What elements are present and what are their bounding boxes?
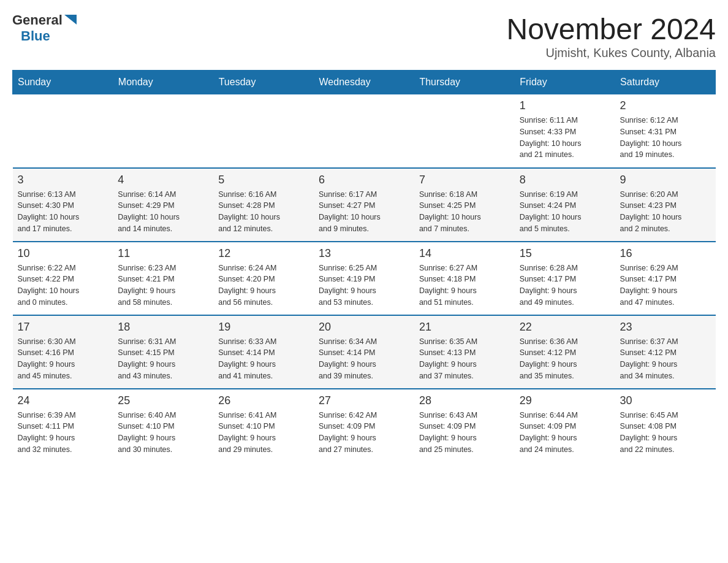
svg-marker-0 xyxy=(64,15,77,25)
calendar-cell: 29Sunrise: 6:44 AM Sunset: 4:09 PM Dayli… xyxy=(515,389,615,462)
logo: General Blue xyxy=(12,12,77,44)
day-info: Sunrise: 6:22 AM Sunset: 4:22 PM Dayligh… xyxy=(18,262,108,308)
day-info: Sunrise: 6:16 AM Sunset: 4:28 PM Dayligh… xyxy=(218,189,309,235)
logo-blue-text: Blue xyxy=(21,28,50,44)
column-header-thursday: Thursday xyxy=(414,71,515,94)
calendar-cell: 6Sunrise: 6:17 AM Sunset: 4:27 PM Daylig… xyxy=(314,168,414,242)
calendar-cell: 3Sunrise: 6:13 AM Sunset: 4:30 PM Daylig… xyxy=(13,168,113,242)
day-number: 20 xyxy=(319,321,409,334)
calendar-cell xyxy=(13,94,113,168)
day-number: 15 xyxy=(520,247,610,260)
day-info: Sunrise: 6:36 AM Sunset: 4:12 PM Dayligh… xyxy=(520,336,610,382)
day-number: 28 xyxy=(419,394,510,407)
day-info: Sunrise: 6:28 AM Sunset: 4:17 PM Dayligh… xyxy=(520,262,610,308)
day-number: 14 xyxy=(419,247,510,260)
day-number: 25 xyxy=(118,394,208,407)
day-number: 8 xyxy=(520,174,610,186)
column-header-wednesday: Wednesday xyxy=(314,71,414,94)
day-info: Sunrise: 6:44 AM Sunset: 4:09 PM Dayligh… xyxy=(520,410,610,456)
day-info: Sunrise: 6:17 AM Sunset: 4:27 PM Dayligh… xyxy=(319,189,409,235)
month-title: November 2024 xyxy=(506,12,716,46)
calendar-cell: 22Sunrise: 6:36 AM Sunset: 4:12 PM Dayli… xyxy=(515,315,615,389)
calendar-cell: 8Sunrise: 6:19 AM Sunset: 4:24 PM Daylig… xyxy=(515,168,615,242)
calendar-cell: 30Sunrise: 6:45 AM Sunset: 4:08 PM Dayli… xyxy=(615,389,716,462)
calendar-cell: 13Sunrise: 6:25 AM Sunset: 4:19 PM Dayli… xyxy=(314,242,414,315)
calendar-cell: 14Sunrise: 6:27 AM Sunset: 4:18 PM Dayli… xyxy=(414,242,515,315)
calendar-cell: 4Sunrise: 6:14 AM Sunset: 4:29 PM Daylig… xyxy=(113,168,213,242)
day-number: 1 xyxy=(520,99,610,112)
calendar-cell: 25Sunrise: 6:40 AM Sunset: 4:10 PM Dayli… xyxy=(113,389,213,462)
day-number: 12 xyxy=(218,247,309,260)
day-number: 5 xyxy=(218,174,309,186)
day-info: Sunrise: 6:30 AM Sunset: 4:16 PM Dayligh… xyxy=(18,336,108,382)
day-info: Sunrise: 6:11 AM Sunset: 4:33 PM Dayligh… xyxy=(520,115,610,161)
calendar-cell: 28Sunrise: 6:43 AM Sunset: 4:09 PM Dayli… xyxy=(414,389,515,462)
day-info: Sunrise: 6:41 AM Sunset: 4:10 PM Dayligh… xyxy=(218,410,309,456)
title-area: November 2024 Ujmisht, Kukes County, Alb… xyxy=(506,12,716,60)
day-number: 2 xyxy=(620,99,711,112)
day-info: Sunrise: 6:20 AM Sunset: 4:23 PM Dayligh… xyxy=(620,189,711,235)
day-info: Sunrise: 6:34 AM Sunset: 4:14 PM Dayligh… xyxy=(319,336,409,382)
calendar-cell: 9Sunrise: 6:20 AM Sunset: 4:23 PM Daylig… xyxy=(615,168,716,242)
day-info: Sunrise: 6:19 AM Sunset: 4:24 PM Dayligh… xyxy=(520,189,610,235)
calendar-cell xyxy=(113,94,213,168)
day-number: 29 xyxy=(520,394,610,407)
day-number: 10 xyxy=(18,247,108,260)
page-header: General Blue November 2024 Ujmisht, Kuke… xyxy=(12,12,716,60)
day-info: Sunrise: 6:25 AM Sunset: 4:19 PM Dayligh… xyxy=(319,262,409,308)
column-header-friday: Friday xyxy=(515,71,615,94)
day-number: 27 xyxy=(319,394,409,407)
calendar-cell xyxy=(414,94,515,168)
day-info: Sunrise: 6:33 AM Sunset: 4:14 PM Dayligh… xyxy=(218,336,309,382)
day-info: Sunrise: 6:40 AM Sunset: 4:10 PM Dayligh… xyxy=(118,410,208,456)
calendar-cell: 26Sunrise: 6:41 AM Sunset: 4:10 PM Dayli… xyxy=(213,389,314,462)
calendar-cell: 12Sunrise: 6:24 AM Sunset: 4:20 PM Dayli… xyxy=(213,242,314,315)
day-number: 26 xyxy=(218,394,309,407)
calendar-cell: 19Sunrise: 6:33 AM Sunset: 4:14 PM Dayli… xyxy=(213,315,314,389)
calendar-header-row: SundayMondayTuesdayWednesdayThursdayFrid… xyxy=(13,71,716,94)
calendar-week-row: 3Sunrise: 6:13 AM Sunset: 4:30 PM Daylig… xyxy=(13,168,716,242)
day-info: Sunrise: 6:29 AM Sunset: 4:17 PM Dayligh… xyxy=(620,262,711,308)
day-number: 22 xyxy=(520,321,610,334)
location-subtitle: Ujmisht, Kukes County, Albania xyxy=(506,46,716,60)
calendar-cell: 2Sunrise: 6:12 AM Sunset: 4:31 PM Daylig… xyxy=(615,94,716,168)
calendar-cell: 17Sunrise: 6:30 AM Sunset: 4:16 PM Dayli… xyxy=(13,315,113,389)
calendar-cell: 15Sunrise: 6:28 AM Sunset: 4:17 PM Dayli… xyxy=(515,242,615,315)
day-number: 17 xyxy=(18,321,108,334)
calendar-cell xyxy=(314,94,414,168)
day-info: Sunrise: 6:23 AM Sunset: 4:21 PM Dayligh… xyxy=(118,262,208,308)
calendar-cell: 27Sunrise: 6:42 AM Sunset: 4:09 PM Dayli… xyxy=(314,389,414,462)
day-number: 4 xyxy=(118,174,208,186)
day-number: 24 xyxy=(18,394,108,407)
day-info: Sunrise: 6:45 AM Sunset: 4:08 PM Dayligh… xyxy=(620,410,711,456)
calendar-cell: 21Sunrise: 6:35 AM Sunset: 4:13 PM Dayli… xyxy=(414,315,515,389)
logo-arrow-icon xyxy=(64,13,77,26)
day-number: 13 xyxy=(319,247,409,260)
day-number: 9 xyxy=(620,174,711,186)
column-header-saturday: Saturday xyxy=(615,71,716,94)
day-number: 23 xyxy=(620,321,711,334)
day-number: 6 xyxy=(319,174,409,186)
calendar-cell: 1Sunrise: 6:11 AM Sunset: 4:33 PM Daylig… xyxy=(515,94,615,168)
calendar-cell: 24Sunrise: 6:39 AM Sunset: 4:11 PM Dayli… xyxy=(13,389,113,462)
day-number: 16 xyxy=(620,247,711,260)
calendar-week-row: 24Sunrise: 6:39 AM Sunset: 4:11 PM Dayli… xyxy=(13,389,716,462)
column-header-monday: Monday xyxy=(113,71,213,94)
calendar-cell: 7Sunrise: 6:18 AM Sunset: 4:25 PM Daylig… xyxy=(414,168,515,242)
day-info: Sunrise: 6:13 AM Sunset: 4:30 PM Dayligh… xyxy=(18,189,108,235)
day-info: Sunrise: 6:39 AM Sunset: 4:11 PM Dayligh… xyxy=(18,410,108,456)
day-info: Sunrise: 6:14 AM Sunset: 4:29 PM Dayligh… xyxy=(118,189,208,235)
day-info: Sunrise: 6:37 AM Sunset: 4:12 PM Dayligh… xyxy=(620,336,711,382)
calendar-week-row: 1Sunrise: 6:11 AM Sunset: 4:33 PM Daylig… xyxy=(13,94,716,168)
day-info: Sunrise: 6:12 AM Sunset: 4:31 PM Dayligh… xyxy=(620,115,711,161)
day-number: 19 xyxy=(218,321,309,334)
calendar-cell: 11Sunrise: 6:23 AM Sunset: 4:21 PM Dayli… xyxy=(113,242,213,315)
calendar-table: SundayMondayTuesdayWednesdayThursdayFrid… xyxy=(12,70,716,462)
day-number: 11 xyxy=(118,247,208,260)
day-info: Sunrise: 6:24 AM Sunset: 4:20 PM Dayligh… xyxy=(218,262,309,308)
calendar-cell: 18Sunrise: 6:31 AM Sunset: 4:15 PM Dayli… xyxy=(113,315,213,389)
calendar-cell: 10Sunrise: 6:22 AM Sunset: 4:22 PM Dayli… xyxy=(13,242,113,315)
day-info: Sunrise: 6:43 AM Sunset: 4:09 PM Dayligh… xyxy=(419,410,510,456)
calendar-week-row: 10Sunrise: 6:22 AM Sunset: 4:22 PM Dayli… xyxy=(13,242,716,315)
day-info: Sunrise: 6:27 AM Sunset: 4:18 PM Dayligh… xyxy=(419,262,510,308)
